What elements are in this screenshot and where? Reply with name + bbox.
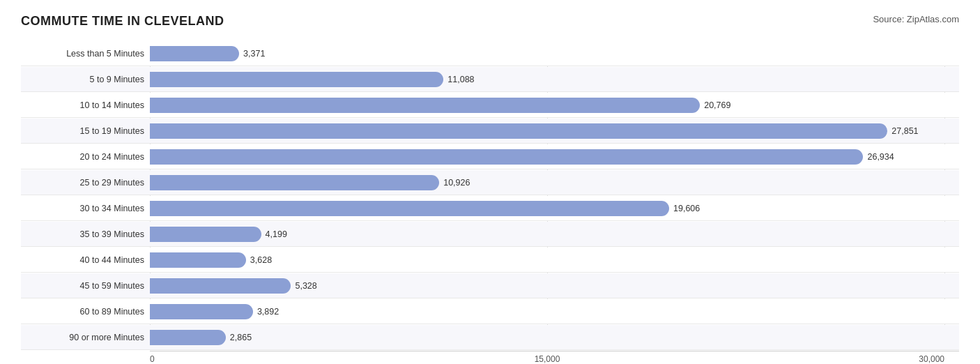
bar — [150, 252, 246, 268]
bar-container: 10,926 — [150, 175, 959, 190]
bar-label: 5 to 9 Minutes — [21, 75, 150, 84]
bar-container: 3,628 — [150, 252, 959, 268]
bar-value: 20,769 — [704, 100, 730, 110]
bar-value: 26,934 — [867, 152, 894, 162]
bar-value: 3,371 — [243, 49, 265, 59]
bar — [150, 149, 863, 165]
bar-value: 19,606 — [673, 204, 700, 213]
bar-row: 60 to 89 Minutes3,892 — [21, 299, 959, 324]
bar — [150, 227, 261, 242]
bar-row: 40 to 44 Minutes3,628 — [21, 248, 959, 273]
bar — [150, 46, 239, 61]
bar-label: 30 to 34 Minutes — [21, 204, 150, 213]
bar — [150, 123, 887, 139]
bar — [150, 278, 291, 294]
bar-row: 10 to 14 Minutes20,769 — [21, 93, 959, 118]
bar-container: 2,865 — [150, 330, 959, 345]
bar-label: 60 to 89 Minutes — [21, 307, 150, 317]
bar-container: 3,892 — [150, 304, 959, 319]
bar-row: 35 to 39 Minutes4,199 — [21, 222, 959, 247]
bar-container: 26,934 — [150, 149, 959, 165]
bar-label: 90 or more Minutes — [21, 333, 150, 342]
x-axis-label: 15,000 — [535, 354, 560, 364]
bar — [150, 72, 443, 87]
bar-label: 10 to 14 Minutes — [21, 100, 150, 110]
bar-container: 5,328 — [150, 278, 959, 294]
bar-label: 25 to 29 Minutes — [21, 178, 150, 188]
bar-container: 3,371 — [150, 46, 959, 61]
bar-row: 15 to 19 Minutes27,851 — [21, 119, 959, 144]
bar-value: 11,088 — [447, 75, 474, 84]
bar-row: 90 or more Minutes2,865 — [21, 325, 959, 350]
bar — [150, 98, 700, 113]
bar-container: 20,769 — [150, 98, 959, 113]
x-axis-label: 30,000 — [919, 354, 944, 364]
bar — [150, 304, 253, 319]
bar-value: 10,926 — [443, 178, 470, 188]
bar-value: 3,892 — [257, 307, 279, 317]
bar-label: 15 to 19 Minutes — [21, 126, 150, 136]
bar-label: 35 to 39 Minutes — [21, 229, 150, 239]
bar-container: 4,199 — [150, 227, 959, 242]
x-axis: 015,00030,000 — [150, 351, 959, 364]
bar-value: 3,628 — [250, 255, 272, 265]
bar-label: 20 to 24 Minutes — [21, 152, 150, 162]
bar — [150, 175, 439, 190]
bar-value: 5,328 — [295, 281, 316, 291]
x-axis-label: 0 — [150, 354, 155, 364]
bar-row: 45 to 59 Minutes5,328 — [21, 273, 959, 298]
bar-container: 11,088 — [150, 72, 959, 87]
bar-value: 2,865 — [230, 333, 252, 342]
bar-container: 19,606 — [150, 201, 959, 216]
chart-wrapper: COMMUTE TIME IN CLEVELAND Source: ZipAtl… — [21, 14, 959, 364]
bar-value: 4,199 — [266, 229, 287, 239]
bar — [150, 201, 669, 216]
bar — [150, 330, 226, 345]
bar-label: Less than 5 Minutes — [21, 49, 150, 59]
bar-row: 5 to 9 Minutes11,088 — [21, 67, 959, 92]
bar-container: 27,851 — [150, 123, 959, 139]
bar-label: 45 to 59 Minutes — [21, 281, 150, 291]
bar-row: 20 to 24 Minutes26,934 — [21, 144, 959, 169]
chart-area: Less than 5 Minutes3,3715 to 9 Minutes11… — [21, 41, 959, 350]
chart-title: COMMUTE TIME IN CLEVELAND — [21, 14, 224, 29]
chart-source: Source: ZipAtlas.com — [873, 14, 959, 24]
bar-label: 40 to 44 Minutes — [21, 255, 150, 265]
bar-row: 30 to 34 Minutes19,606 — [21, 196, 959, 221]
bar-row: Less than 5 Minutes3,371 — [21, 41, 959, 66]
chart-header: COMMUTE TIME IN CLEVELAND Source: ZipAtl… — [21, 14, 959, 29]
bar-row: 25 to 29 Minutes10,926 — [21, 170, 959, 195]
bar-value: 27,851 — [891, 126, 918, 136]
